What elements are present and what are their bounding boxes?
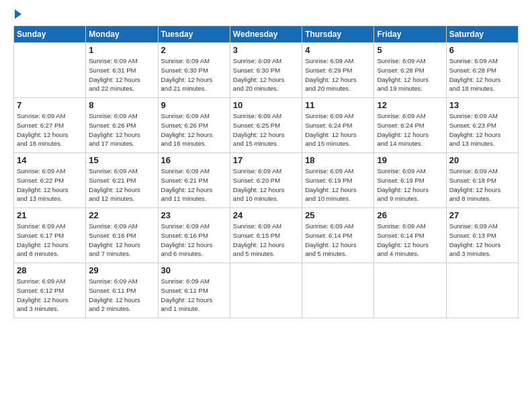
day-info: Sunrise: 6:09 AM Sunset: 6:21 PM Dayligh… [89, 167, 154, 203]
logo [13, 11, 21, 19]
weekday-header: Wednesday [230, 26, 302, 43]
day-number: 12 [377, 100, 443, 110]
day-info: Sunrise: 6:09 AM Sunset: 6:16 PM Dayligh… [89, 222, 154, 259]
calendar-cell: 22Sunrise: 6:09 AM Sunset: 6:16 PM Dayli… [86, 208, 158, 263]
calendar-cell: 17Sunrise: 6:09 AM Sunset: 6:20 PM Dayli… [230, 153, 302, 208]
day-info: Sunrise: 6:09 AM Sunset: 6:11 PM Dayligh… [161, 277, 227, 314]
day-info: Sunrise: 6:09 AM Sunset: 6:13 PM Dayligh… [449, 222, 515, 259]
day-number: 14 [17, 155, 83, 165]
day-info: Sunrise: 6:09 AM Sunset: 6:19 PM Dayligh… [377, 167, 443, 203]
day-number: 20 [449, 155, 515, 165]
calendar-cell: 26Sunrise: 6:09 AM Sunset: 6:14 PM Dayli… [374, 208, 446, 263]
calendar-cell: 28Sunrise: 6:09 AM Sunset: 6:12 PM Dayli… [14, 263, 86, 318]
calendar-cell: 27Sunrise: 6:09 AM Sunset: 6:13 PM Dayli… [446, 208, 518, 263]
calendar-cell: 15Sunrise: 6:09 AM Sunset: 6:21 PM Dayli… [86, 153, 158, 208]
day-number: 1 [89, 45, 154, 55]
day-number: 22 [89, 210, 154, 220]
calendar-cell: 5Sunrise: 6:09 AM Sunset: 6:28 PM Daylig… [374, 43, 446, 98]
day-info: Sunrise: 6:09 AM Sunset: 6:14 PM Dayligh… [377, 222, 443, 259]
day-number: 15 [89, 155, 154, 165]
day-number: 4 [305, 45, 371, 55]
calendar-cell: 30Sunrise: 6:09 AM Sunset: 6:11 PM Dayli… [158, 263, 230, 318]
day-number: 17 [233, 155, 299, 165]
day-number: 9 [161, 100, 227, 110]
calendar-cell: 10Sunrise: 6:09 AM Sunset: 6:25 PM Dayli… [230, 98, 302, 153]
day-info: Sunrise: 6:09 AM Sunset: 6:23 PM Dayligh… [449, 111, 515, 148]
calendar-cell: 25Sunrise: 6:09 AM Sunset: 6:14 PM Dayli… [302, 208, 374, 263]
calendar-cell: 29Sunrise: 6:09 AM Sunset: 6:11 PM Dayli… [86, 263, 158, 318]
day-number: 11 [305, 100, 371, 110]
day-number: 18 [305, 155, 371, 165]
calendar-cell: 9Sunrise: 6:09 AM Sunset: 6:26 PM Daylig… [158, 98, 230, 153]
calendar-cell: 6Sunrise: 6:09 AM Sunset: 6:28 PM Daylig… [446, 43, 518, 98]
calendar-cell [374, 263, 446, 318]
calendar-cell: 4Sunrise: 6:09 AM Sunset: 6:29 PM Daylig… [302, 43, 374, 98]
calendar-cell: 2Sunrise: 6:09 AM Sunset: 6:30 PM Daylig… [158, 43, 230, 98]
day-info: Sunrise: 6:09 AM Sunset: 6:17 PM Dayligh… [17, 222, 83, 259]
day-number: 27 [449, 210, 515, 220]
day-info: Sunrise: 6:09 AM Sunset: 6:27 PM Dayligh… [17, 111, 83, 148]
day-number: 29 [89, 265, 154, 275]
weekday-header: Saturday [446, 26, 518, 43]
day-info: Sunrise: 6:09 AM Sunset: 6:11 PM Dayligh… [89, 277, 154, 314]
calendar-cell: 14Sunrise: 6:09 AM Sunset: 6:22 PM Dayli… [14, 153, 86, 208]
day-info: Sunrise: 6:09 AM Sunset: 6:21 PM Dayligh… [161, 167, 227, 203]
day-info: Sunrise: 6:09 AM Sunset: 6:30 PM Dayligh… [233, 56, 299, 93]
day-number: 19 [377, 155, 443, 165]
day-number: 3 [233, 45, 299, 55]
day-number: 13 [449, 100, 515, 110]
weekday-header: Tuesday [158, 26, 230, 43]
day-info: Sunrise: 6:09 AM Sunset: 6:18 PM Dayligh… [449, 167, 515, 203]
weekday-header: Thursday [302, 26, 374, 43]
calendar-cell: 21Sunrise: 6:09 AM Sunset: 6:17 PM Dayli… [14, 208, 86, 263]
day-info: Sunrise: 6:09 AM Sunset: 6:30 PM Dayligh… [161, 56, 227, 93]
day-info: Sunrise: 6:09 AM Sunset: 6:19 PM Dayligh… [305, 167, 371, 203]
calendar-cell: 12Sunrise: 6:09 AM Sunset: 6:24 PM Dayli… [374, 98, 446, 153]
calendar-cell: 8Sunrise: 6:09 AM Sunset: 6:26 PM Daylig… [86, 98, 158, 153]
day-number: 23 [161, 210, 227, 220]
calendar-cell: 23Sunrise: 6:09 AM Sunset: 6:16 PM Dayli… [158, 208, 230, 263]
day-info: Sunrise: 6:09 AM Sunset: 6:29 PM Dayligh… [305, 56, 371, 93]
calendar-week-row: 7Sunrise: 6:09 AM Sunset: 6:27 PM Daylig… [14, 98, 519, 153]
calendar-cell: 13Sunrise: 6:09 AM Sunset: 6:23 PM Dayli… [446, 98, 518, 153]
logo-arrow-icon [15, 9, 21, 19]
day-number: 6 [449, 45, 515, 55]
calendar-cell [302, 263, 374, 318]
day-info: Sunrise: 6:09 AM Sunset: 6:24 PM Dayligh… [377, 111, 443, 148]
day-info: Sunrise: 6:09 AM Sunset: 6:20 PM Dayligh… [233, 167, 299, 203]
calendar-week-row: 21Sunrise: 6:09 AM Sunset: 6:17 PM Dayli… [14, 208, 519, 263]
day-number: 26 [377, 210, 443, 220]
day-info: Sunrise: 6:09 AM Sunset: 6:26 PM Dayligh… [161, 111, 227, 148]
calendar-cell: 19Sunrise: 6:09 AM Sunset: 6:19 PM Dayli… [374, 153, 446, 208]
day-info: Sunrise: 6:09 AM Sunset: 6:28 PM Dayligh… [449, 56, 515, 93]
header [13, 11, 519, 19]
day-info: Sunrise: 6:09 AM Sunset: 6:25 PM Dayligh… [233, 111, 299, 148]
calendar-cell: 24Sunrise: 6:09 AM Sunset: 6:15 PM Dayli… [230, 208, 302, 263]
calendar-table: SundayMondayTuesdayWednesdayThursdayFrid… [13, 26, 519, 318]
day-number: 21 [17, 210, 83, 220]
calendar-cell: 3Sunrise: 6:09 AM Sunset: 6:30 PM Daylig… [230, 43, 302, 98]
calendar-cell: 7Sunrise: 6:09 AM Sunset: 6:27 PM Daylig… [14, 98, 86, 153]
calendar-header-row: SundayMondayTuesdayWednesdayThursdayFrid… [14, 26, 519, 43]
day-info: Sunrise: 6:09 AM Sunset: 6:15 PM Dayligh… [233, 222, 299, 259]
calendar-cell: 18Sunrise: 6:09 AM Sunset: 6:19 PM Dayli… [302, 153, 374, 208]
calendar-cell: 1Sunrise: 6:09 AM Sunset: 6:31 PM Daylig… [86, 43, 158, 98]
day-number: 28 [17, 265, 83, 275]
day-info: Sunrise: 6:09 AM Sunset: 6:12 PM Dayligh… [17, 277, 83, 314]
calendar-cell: 16Sunrise: 6:09 AM Sunset: 6:21 PM Dayli… [158, 153, 230, 208]
day-number: 30 [161, 265, 227, 275]
day-info: Sunrise: 6:09 AM Sunset: 6:14 PM Dayligh… [305, 222, 371, 259]
day-info: Sunrise: 6:09 AM Sunset: 6:26 PM Dayligh… [89, 111, 154, 148]
day-number: 10 [233, 100, 299, 110]
calendar-cell: 20Sunrise: 6:09 AM Sunset: 6:18 PM Dayli… [446, 153, 518, 208]
calendar-week-row: 1Sunrise: 6:09 AM Sunset: 6:31 PM Daylig… [14, 43, 519, 98]
day-number: 16 [161, 155, 227, 165]
weekday-header: Sunday [14, 26, 86, 43]
weekday-header: Friday [374, 26, 446, 43]
day-number: 7 [17, 100, 83, 110]
day-info: Sunrise: 6:09 AM Sunset: 6:22 PM Dayligh… [17, 167, 83, 203]
day-info: Sunrise: 6:09 AM Sunset: 6:28 PM Dayligh… [377, 56, 443, 93]
calendar-week-row: 28Sunrise: 6:09 AM Sunset: 6:12 PM Dayli… [14, 263, 519, 318]
day-number: 5 [377, 45, 443, 55]
calendar-cell [446, 263, 518, 318]
